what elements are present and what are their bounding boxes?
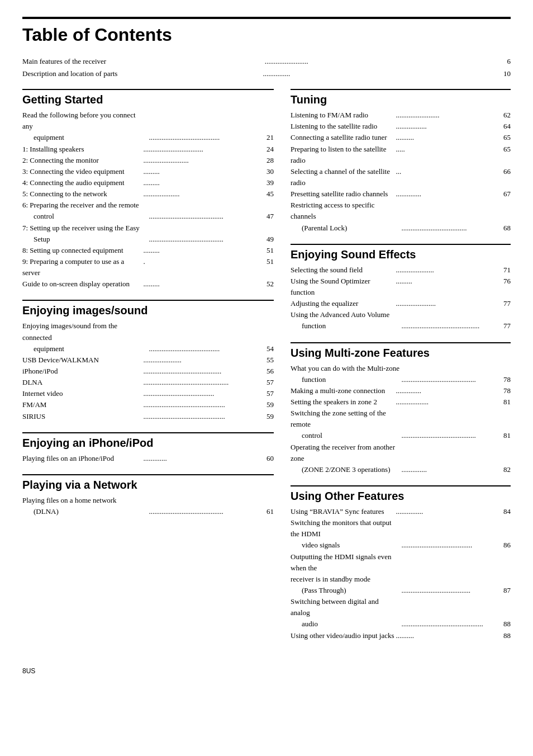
entry-page: 67 (501, 188, 511, 200)
entry-page: 66 (501, 166, 511, 188)
toc-entry: 9: Preparing a computer to use as a serv… (22, 256, 274, 278)
entry-text: function (302, 374, 401, 385)
toc-entry: 6: Preparing the receiver and the remote (22, 200, 274, 211)
entry-text: 9: Preparing a computer to use as a serv… (22, 256, 142, 278)
toc-entry: SIRIUS .................................… (22, 411, 274, 422)
entry-page: 76 (501, 276, 511, 298)
entry-text: Internet video (22, 388, 142, 399)
toc-entry: control ................................… (291, 430, 511, 441)
right-column: Tuning Listening to FM/AM radio ........… (291, 89, 511, 651)
toc-entry: FM/AM ..................................… (22, 399, 274, 410)
toc-entry: USB Device/WALKMAN .....................… (22, 355, 274, 366)
entry-text: Outputting the HDMI signals even when th… (291, 551, 399, 574)
entry-dots: ..................... (395, 264, 502, 276)
toc-entry: iPhone/iPod ............................… (22, 366, 274, 377)
toc-entry: equipment ..............................… (22, 132, 274, 143)
entry-dots (147, 320, 274, 343)
toc-entry: (ZONE 2/ZONE 3 operations) .............… (291, 464, 511, 475)
entry-text: video signals (302, 540, 401, 551)
entry-text: Guide to on-screen display operation (22, 278, 142, 290)
toc-entry: Making a multi-zone connection .........… (291, 385, 511, 396)
toc-entry: 8: Setting up connected equipment ......… (22, 245, 274, 256)
toc-entry: Internet video .........................… (22, 388, 274, 399)
entry-dots: .............. (401, 464, 502, 475)
entry-text: Switching between digital and analog (291, 596, 399, 618)
section-tuning: Tuning Listening to FM/AM radio ........… (291, 89, 511, 234)
entry-text: 7: Setting up the receiver using the Eas… (22, 223, 147, 234)
entry-page: 78 (501, 374, 511, 385)
section-multi-zone: Using Multi-zone Features What you can d… (291, 342, 511, 475)
toc-entry: Guide to on-screen display operation ...… (22, 278, 274, 290)
toc-entry: Switching between digital and analog (291, 596, 511, 618)
entry-text: Restricting access to specific channels (291, 200, 399, 222)
entry-page: 81 (501, 396, 511, 408)
toc-entry: Adjusting the equalizer ................… (291, 298, 511, 309)
entry-page: 77 (501, 298, 511, 309)
entry-dots: ......... (142, 177, 265, 188)
toc-entry: 2: Connecting the monitor ..............… (22, 155, 274, 166)
entry-text: Switching the monitors that output the H… (291, 517, 399, 540)
entry-text: (DLNA) (34, 506, 148, 517)
toc-entry: Using other video/audio input jacks ....… (291, 630, 511, 641)
entry-page: 30 (264, 166, 274, 177)
toc-entry: Setting the speakers in zone 2 .........… (291, 396, 511, 408)
entry-dots: .............. (395, 188, 502, 200)
entry-page: 64 (501, 121, 511, 132)
entry-text: DLNA (22, 377, 142, 388)
section-other-features: Using Other Features Using “BRAVIA” Sync… (291, 485, 511, 641)
entry-text: 1: Installing speakers (22, 144, 142, 155)
entry-dots (399, 309, 511, 320)
entry-dots (399, 442, 511, 464)
toc-entry: 1: Installing speakers .................… (22, 144, 274, 155)
toc-entry: audio ..................................… (291, 618, 511, 630)
entry-text: control (34, 211, 148, 222)
entry-page: 55 (264, 355, 274, 366)
entry-page: 71 (501, 264, 511, 276)
entry-page: 39 (264, 177, 274, 188)
entry-text: equipment (34, 132, 148, 143)
entry-page: 52 (264, 278, 274, 290)
entry-dots: ................. (395, 121, 502, 132)
entry-dots (399, 551, 511, 574)
entry-text: 3: Connecting the video equipment (22, 166, 142, 177)
entry-dots: ........................................… (401, 320, 502, 332)
toc-entry: Switching the zone setting of the remote (291, 408, 511, 430)
entry-page: 49 (264, 234, 274, 245)
section-title: Tuning (291, 89, 511, 106)
entry-dots: ........................................… (148, 234, 265, 245)
section-enjoying-sound-effects: Enjoying Sound Effects Selecting the sou… (291, 244, 511, 332)
toc-entry: Switching the monitors that output the H… (291, 517, 511, 540)
entry-text: equipment (34, 343, 148, 355)
entry-dots: ........................................… (148, 506, 265, 517)
toc-entry: function ...............................… (291, 374, 511, 385)
entry-text: Read the following before you connect an… (22, 110, 147, 132)
entry-text: FM/AM (22, 399, 142, 410)
toc-entry: Read the following before you connect an… (22, 110, 274, 132)
toc-entry: Listening to FM/AM radio ...............… (291, 110, 511, 121)
entry-page: 86 (501, 540, 511, 551)
toc-entry: (Pass Through) .........................… (291, 585, 511, 596)
toc-entry: 3: Connecting the video equipment ......… (22, 166, 274, 177)
toc-entry: Presetting satellite radio channels ....… (291, 188, 511, 200)
entry-dots: ......... (142, 278, 265, 290)
entry-text: Setting the speakers in zone 2 (291, 396, 395, 408)
entry-dots: ........................................… (142, 377, 265, 388)
toc-entry: Preparing to listen to the satellite rad… (291, 144, 511, 166)
entry-page: 54 (264, 343, 274, 355)
entry-page: 78 (501, 385, 511, 396)
entry-dots: ........................................… (401, 430, 502, 441)
entry-text: control (302, 430, 401, 441)
toc-entry: 5: Connecting to the network ...........… (22, 188, 274, 200)
section-getting-started: Getting Started Read the following befor… (22, 89, 274, 290)
section-title: Using Other Features (291, 485, 511, 503)
entry-dots: ........................................… (148, 211, 265, 222)
entry-page: 47 (264, 211, 274, 222)
toc-entry: Restricting access to specific channels (291, 200, 511, 222)
section-enjoying-iphone-ipod: Enjoying an iPhone/iPod Playing files on… (22, 432, 274, 464)
entry-dots: ....................................... (148, 343, 265, 355)
entry-page: 60 (264, 453, 274, 464)
section-title: Playing via a Network (22, 474, 274, 492)
toc-entry: Operating the receiver from another zone (291, 442, 511, 464)
section-title: Enjoying an iPhone/iPod (22, 432, 274, 450)
entry-dots: ............. (142, 453, 265, 464)
